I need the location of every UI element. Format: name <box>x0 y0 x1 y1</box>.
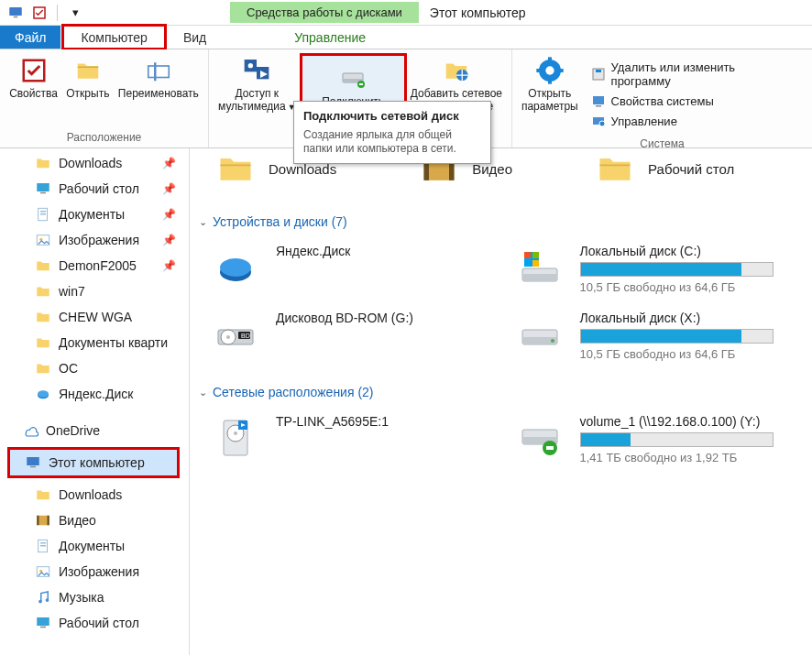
sidebar-item[interactable]: Рабочий стол <box>0 610 189 636</box>
system-properties-link[interactable]: Свойства системы <box>591 93 797 108</box>
sidebar-item[interactable]: CHEW WGA <box>0 304 189 330</box>
tab-manage[interactable]: Управление <box>269 26 391 49</box>
system-props-icon <box>591 93 606 108</box>
drives-grid: Яндекс.ДискЛокальный диск (C:)10,5 ГБ св… <box>197 236 805 370</box>
drive-item[interactable]: Яндекс.Диск <box>197 236 501 303</box>
label-line1: Доступ к <box>235 88 279 101</box>
tab-view[interactable]: Вид <box>167 26 223 49</box>
tab-computer[interactable]: Компьютер <box>61 24 166 50</box>
drive-info: Локальный диск (X:)10,5 ГБ свободно из 6… <box>580 311 800 361</box>
svg-rect-39 <box>37 516 38 526</box>
pin-icon: 📌 <box>162 182 176 195</box>
section-netloc-header[interactable]: ⌄ Сетевые расположения (2) <box>197 370 805 407</box>
svg-rect-27 <box>37 183 49 191</box>
svg-point-35 <box>38 390 49 398</box>
folder-icon <box>35 360 51 377</box>
manage-link[interactable]: Управление <box>591 114 797 128</box>
folder-icon <box>35 486 51 503</box>
sidebar-item[interactable]: Документы📌 <box>0 202 189 227</box>
docs-icon <box>35 206 51 223</box>
ribbon-tab-strip: Файл Компьютер Вид Управление <box>0 26 812 49</box>
sidebar-item-onedrive[interactable]: OneDrive <box>0 418 189 443</box>
drive-item[interactable]: TP-LINK_A5695E:1 <box>197 407 501 474</box>
hdd-win-icon <box>516 244 564 291</box>
label-line1: Открыть <box>528 88 571 101</box>
folder-item[interactable]: Рабочий стол <box>595 148 734 189</box>
sidebar-item[interactable]: Изображения📌 <box>0 227 189 253</box>
label: Этот компьютер <box>49 455 145 470</box>
uninstall-program-link[interactable]: Удалить или изменить программу <box>591 60 797 88</box>
drive-item[interactable]: Локальный диск (C:)10,5 ГБ свободно из 6… <box>501 236 806 303</box>
drive-freespace: 10,5 ГБ свободно из 64,6 ГБ <box>580 347 774 361</box>
properties-button[interactable]: Свойства <box>5 53 61 103</box>
svg-rect-58 <box>524 252 531 258</box>
qat-dropdown[interactable]: ▾ <box>65 3 85 23</box>
media-access-button[interactable]: Доступ к мультимедиа▼ <box>214 53 300 115</box>
ribbon-group-system: Открыть параметры Удалить или изменить п… <box>512 49 812 147</box>
section-devices-header[interactable]: ⌄ Устройства и диски (7) <box>197 200 805 236</box>
sidebar-item[interactable]: Downloads📌 <box>0 150 189 176</box>
svg-rect-13 <box>359 83 363 85</box>
sidebar-item[interactable]: Downloads <box>0 482 189 508</box>
svg-rect-4 <box>148 66 170 78</box>
content-pane[interactable]: DownloadsВидеоРабочий стол ⌄ Устройства … <box>190 148 812 655</box>
sidebar-item[interactable]: Рабочий стол📌 <box>0 176 189 202</box>
label: Яндекс.Диск <box>59 387 133 401</box>
sidebar-item[interactable]: Изображения <box>0 559 189 584</box>
tooltip: Подключить сетевой диск Создание ярлыка … <box>293 101 491 164</box>
open-button[interactable]: Открыть <box>61 53 115 103</box>
rename-button[interactable]: Переименовать <box>115 53 203 103</box>
media-device-icon <box>212 414 259 462</box>
drive-name: Яндекс.Диск <box>276 244 470 258</box>
sidebar-item[interactable]: Документы <box>0 533 189 559</box>
sidebar-item[interactable]: OC <box>0 355 189 381</box>
label: Открыть <box>66 88 109 101</box>
drive-item[interactable]: volume_1 (\\192.168.0.100) (Y:)1,41 ТБ с… <box>501 407 806 474</box>
drive-item[interactable]: BDДисковод BD-ROM (G:) <box>197 303 501 370</box>
svg-rect-31 <box>40 213 46 214</box>
qat-monitor-icon[interactable] <box>5 3 26 23</box>
quick-access-toolbar: ▾ <box>0 3 85 23</box>
uninstall-icon <box>591 67 606 82</box>
svg-rect-59 <box>532 252 539 258</box>
label: Документы кварти <box>59 335 168 350</box>
desktop-icon <box>35 180 51 197</box>
svg-point-26 <box>599 121 605 126</box>
navigation-pane[interactable]: Downloads📌Рабочий стол📌Документы📌Изображ… <box>0 148 190 655</box>
label: CHEW WGA <box>59 310 132 324</box>
open-settings-button[interactable]: Открыть параметры <box>518 53 582 136</box>
sidebar-item-this-pc[interactable]: Этот компьютер <box>10 450 177 475</box>
svg-rect-37 <box>30 466 36 468</box>
svg-rect-28 <box>40 192 46 194</box>
sidebar-quick-access-list: Downloads📌Рабочий стол📌Документы📌Изображ… <box>0 150 189 407</box>
svg-rect-36 <box>27 457 39 465</box>
svg-text:BD: BD <box>241 333 250 339</box>
qat-properties-icon[interactable] <box>29 3 49 23</box>
svg-rect-77 <box>546 446 554 450</box>
drive-name: Локальный диск (C:) <box>580 244 774 258</box>
drive-item[interactable]: Локальный диск (X:)10,5 ГБ свободно из 6… <box>501 303 806 370</box>
sidebar-item[interactable]: Музыка <box>0 584 189 610</box>
sidebar-item[interactable]: DemonF2005📌 <box>0 253 189 278</box>
sidebar-item[interactable]: Документы кварти <box>0 330 189 355</box>
group-title: Расположение <box>67 129 142 147</box>
label: Удалить или изменить программу <box>611 60 797 88</box>
network-drive-icon <box>337 63 368 94</box>
tab-file[interactable]: Файл <box>0 26 60 49</box>
yadisk-icon <box>212 244 259 291</box>
highlight-box: Этот компьютер <box>7 447 180 478</box>
sidebar-item[interactable]: Видео <box>0 508 189 533</box>
label-line2: параметры <box>521 101 578 114</box>
pin-icon: 📌 <box>162 208 176 221</box>
svg-point-64 <box>226 335 230 339</box>
label: DemonF2005 <box>59 258 137 273</box>
svg-point-46 <box>38 600 42 604</box>
network-location-icon <box>441 55 472 86</box>
label: OC <box>59 361 78 376</box>
open-icon <box>72 55 104 86</box>
yadisk-icon <box>35 386 51 402</box>
window-title: Этот компьютер <box>419 2 537 24</box>
sidebar-item[interactable]: win7 <box>0 278 189 304</box>
sidebar-item[interactable]: Яндекс.Диск <box>0 381 189 407</box>
svg-point-8 <box>248 63 253 68</box>
